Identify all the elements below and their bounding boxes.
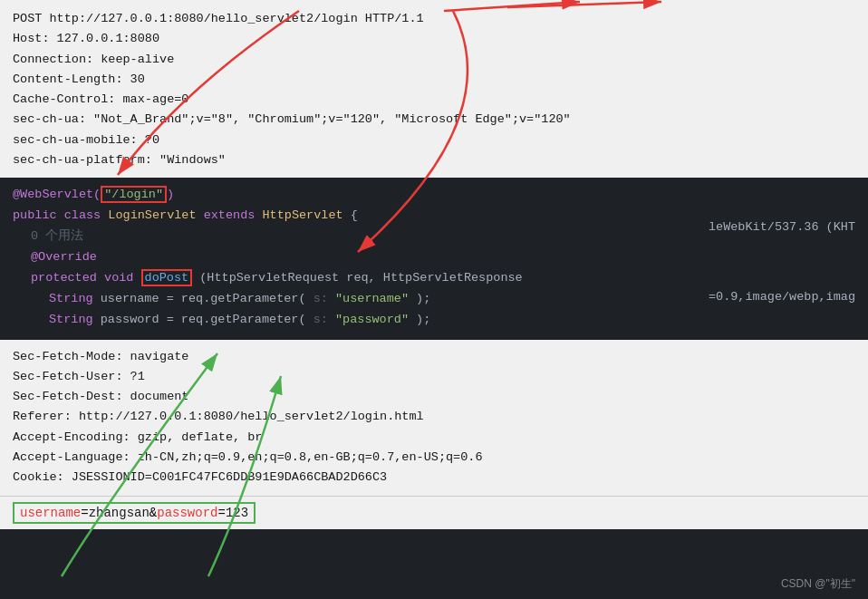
override-line: @Override bbox=[13, 247, 692, 268]
dopost-method: doPost bbox=[141, 269, 193, 286]
method-sig-line: protected void doPost (HttpServletReques… bbox=[13, 268, 692, 289]
sec-ch-ua-line: sec-ch-ua: "Not_A_Brand";v="8", "Chromiu… bbox=[13, 110, 855, 130]
annotation-path: "/login" bbox=[101, 186, 167, 203]
form-data-content: username=zhangsan&password=123 bbox=[13, 502, 256, 524]
accept-encoding-line: Accept-Encoding: gzip, deflate, br bbox=[13, 428, 855, 448]
csdn-watermark: CSDN @"初生" bbox=[781, 576, 855, 592]
content-length-line: Content-Length: 30 bbox=[13, 70, 855, 90]
request-line: POST http://127.0.0.1:8080/hello_servlet… bbox=[13, 9, 855, 29]
right-partial-text: leWebKit/537.36 (KHT =0.9,image/webp,ima… bbox=[692, 185, 855, 331]
sec-ch-ua-mobile-line: sec-ch-ua-mobile: ?0 bbox=[13, 130, 855, 150]
accept-language-line: Accept-Language: zh-CN,zh;q=0.9,en;q=0.8… bbox=[13, 448, 855, 468]
http-request-header: POST http://127.0.0.1:8080/hello_servlet… bbox=[0, 0, 868, 178]
label-username: username bbox=[20, 506, 81, 520]
sec-fetch-mode-line: Sec-Fetch-Mode: navigate bbox=[13, 347, 855, 367]
username-param-line: String username = req.getParameter( s: "… bbox=[13, 289, 692, 310]
http-request-footer: Sec-Fetch-Mode: navigate Sec-Fetch-User:… bbox=[0, 340, 868, 496]
sec-ch-ua-platform-line: sec-ch-ua-platform: "Windows" bbox=[13, 150, 855, 170]
annotation-line: @WebServlet("/login") bbox=[13, 185, 692, 206]
sec-fetch-user-line: Sec-Fetch-User: ?1 bbox=[13, 367, 855, 387]
value-password: 123 bbox=[226, 506, 248, 520]
password-param-line: String password = req.getParameter( s: "… bbox=[13, 310, 692, 331]
connection-line: Connection: keep-alive bbox=[13, 50, 855, 70]
usage-count-line: 0 个用法 bbox=[13, 227, 692, 247]
sec-fetch-dest-line: Sec-Fetch-Dest: document bbox=[13, 387, 855, 407]
value-username: zhangsan bbox=[89, 506, 149, 520]
class-decl-line: public class LoginServlet extends HttpSe… bbox=[13, 206, 692, 227]
host-line: Host: 127.0.0.1:8080 bbox=[13, 29, 855, 49]
label-password: password bbox=[157, 506, 217, 520]
referer-line: Referer: http://127.0.0.1:8080/hello_ser… bbox=[13, 407, 855, 427]
cache-control-line: Cache-Control: max-age=0 bbox=[13, 90, 855, 110]
form-data-bar: username=zhangsan&password=123 bbox=[0, 496, 868, 529]
code-editor-overlay: @WebServlet("/login") public class Login… bbox=[0, 178, 868, 340]
cookie-line: Cookie: JSESSIONID=C001FC47FC6DDB91E9DA6… bbox=[13, 468, 855, 488]
